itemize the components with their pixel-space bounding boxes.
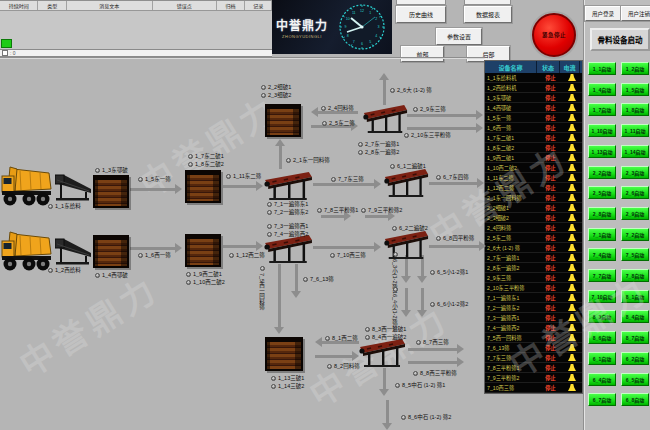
start-button[interactable]: 2_5启动 (588, 186, 616, 199)
device-status: 停止 (539, 254, 562, 261)
ammeter-icon[interactable] (568, 264, 576, 271)
equipment-label-text: 2_6大 (1-2) 筛 (397, 86, 432, 94)
start-button[interactable]: 1_11启动 (621, 124, 649, 137)
start-button[interactable]: 2_9启动 (621, 207, 649, 220)
equipment-label: 2_3细破2 (261, 91, 291, 99)
start-button[interactable]: 7_1启动 (588, 228, 616, 241)
history-curve-button[interactable]: 历史曲线 (396, 6, 446, 23)
start-button[interactable]: 1_5启动 (621, 83, 649, 96)
device-row: 1_3东鄂破停止 (485, 93, 582, 103)
ammeter-icon[interactable] (568, 224, 576, 231)
flow-arrow (382, 400, 392, 430)
ammeter-icon[interactable] (568, 74, 576, 81)
jaw-crusher-box[interactable] (185, 170, 221, 203)
device-row: 1_2西给料机停止 (485, 83, 582, 93)
ammeter-icon[interactable] (568, 254, 576, 261)
status-dot-icon (330, 253, 335, 258)
device-row: 2_9东三筛停止 (485, 273, 582, 283)
status-dot-icon (186, 280, 191, 285)
start-button[interactable]: 2_6启动 (621, 186, 649, 199)
ammeter-icon[interactable] (568, 204, 576, 211)
ammeter-icon[interactable] (568, 384, 576, 391)
status-dot-icon (95, 168, 100, 173)
user-login-button[interactable]: 用户登录 (585, 6, 621, 21)
start-button[interactable]: 1_7启动 (588, 103, 616, 116)
device-name: 1_4西鄂破 (485, 104, 539, 111)
ammeter-icon[interactable] (568, 84, 576, 91)
svg-text:11: 11 (352, 11, 356, 15)
start-button[interactable]: 1_4启动 (588, 83, 616, 96)
ammeter-icon[interactable] (568, 234, 576, 241)
belt-conveyor[interactable] (383, 230, 429, 260)
device-current-cell (562, 284, 582, 291)
front-section-button[interactable]: 前部 (401, 46, 444, 62)
flow-arrow (379, 73, 389, 105)
emergency-stop-button[interactable]: 紧急停止 (532, 13, 576, 57)
belt-conveyor[interactable] (383, 168, 429, 198)
equipment-label: 7_8三平粉筛1 (317, 206, 358, 214)
start-button[interactable]: 6_2启动 (621, 352, 649, 365)
ammeter-icon[interactable] (568, 244, 576, 251)
start-button[interactable]: 1_14启动 (621, 145, 649, 158)
start-button[interactable]: 1_1启动 (588, 62, 616, 75)
data-report-button[interactable]: 数据报表 (464, 6, 512, 23)
ammeter-icon[interactable] (568, 114, 576, 121)
user-logout-button[interactable]: 用户注销 (621, 6, 650, 21)
equipment-label-text: 8_8西三平粉筛 (420, 369, 457, 377)
start-button[interactable]: 2_2启动 (588, 166, 616, 179)
ammeter-icon[interactable] (568, 124, 576, 131)
equipment-label: 1_7东二破1 (188, 152, 224, 160)
start-button[interactable]: 1_2启动 (621, 62, 649, 75)
ammeter-icon[interactable] (568, 94, 576, 101)
start-button[interactable]: 7_2启动 (621, 228, 649, 241)
belt-conveyor[interactable] (358, 338, 406, 369)
start-button[interactable]: 1_8启动 (621, 103, 649, 116)
status-dot-icon (267, 202, 272, 207)
ammeter-icon[interactable] (568, 134, 576, 141)
start-button[interactable]: 6_4启动 (588, 373, 616, 386)
status-dot-icon (404, 133, 409, 138)
jaw-crusher-box[interactable] (93, 175, 129, 208)
belt-conveyor[interactable] (362, 104, 408, 138)
ammeter-icon[interactable] (568, 184, 576, 191)
start-button[interactable]: 1_10启动 (588, 124, 616, 137)
device-status: 停止 (539, 264, 562, 271)
ammeter-icon[interactable] (568, 284, 576, 291)
param-settings-button[interactable]: 参数设置 (436, 28, 482, 45)
ammeter-icon[interactable] (568, 144, 576, 151)
jaw-crusher-box[interactable] (93, 235, 129, 268)
partial-button[interactable] (396, 0, 446, 5)
start-button[interactable]: 2_3启动 (621, 166, 649, 179)
ammeter-icon[interactable] (568, 374, 576, 381)
equipment-label-text: 2_5东二筛 (329, 119, 355, 127)
ammeter-icon[interactable] (568, 364, 576, 371)
start-button[interactable]: 8_7启动 (621, 331, 649, 344)
history-curve-label: 历史曲线 (409, 10, 433, 19)
equipment-label-text: 1_6西一筛 (145, 251, 171, 259)
start-button[interactable]: 2_8启动 (588, 207, 616, 220)
ammeter-icon[interactable] (568, 104, 576, 111)
jaw-crusher-box[interactable] (265, 104, 301, 137)
start-button[interactable]: 7_4启动 (588, 248, 616, 261)
start-button[interactable]: 7_5启动 (621, 248, 649, 261)
belt-conveyor[interactable] (263, 234, 313, 262)
ammeter-icon[interactable] (568, 274, 576, 281)
jaw-crusher-box[interactable] (265, 337, 303, 371)
start-button[interactable]: 1_13启动 (588, 145, 616, 158)
start-button[interactable]: 6_8启动 (621, 393, 649, 406)
ammeter-icon[interactable] (568, 194, 576, 201)
jaw-crusher-box[interactable] (185, 234, 221, 267)
start-button[interactable]: 6_5启动 (621, 373, 649, 386)
flow-arrow (315, 351, 359, 361)
ammeter-icon[interactable] (568, 154, 576, 161)
device-row: 2_8东一遍筛2停止 (485, 263, 582, 273)
status-dot-icon (286, 158, 291, 163)
start-button[interactable]: 6_1启动 (588, 352, 616, 365)
status-dot-icon (267, 224, 272, 229)
belt-conveyor[interactable] (263, 171, 313, 199)
analog-clock-icon: 121234567891011 (334, 1, 390, 53)
start-button[interactable]: 6_7启动 (588, 393, 616, 406)
ammeter-icon[interactable] (568, 214, 576, 221)
partial-button[interactable] (464, 0, 511, 5)
device-name: 2_5东二筛 (485, 234, 539, 241)
